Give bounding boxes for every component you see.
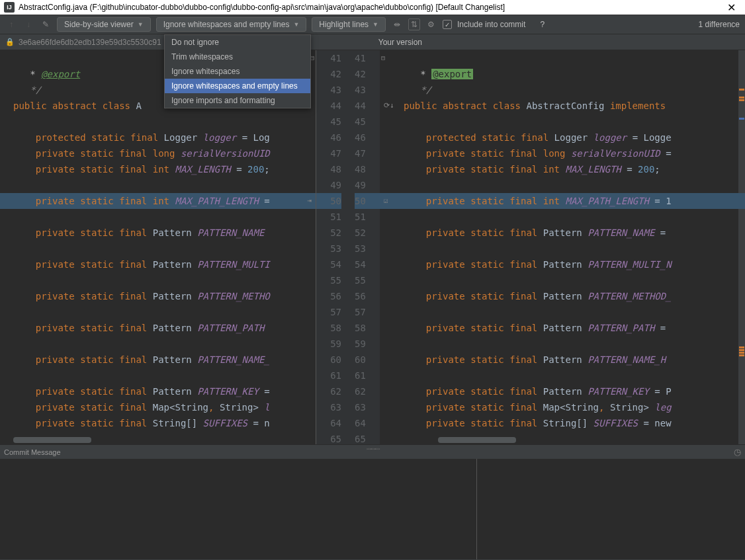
code-line[interactable]	[0, 272, 316, 288]
line-number: 53	[355, 241, 380, 257]
code-line[interactable]: private static final long serialVersionU…	[380, 145, 745, 161]
dropdown-item[interactable]: Trim whitespaces	[165, 50, 310, 64]
prev-diff-icon[interactable]: ↑	[5, 19, 17, 30]
close-icon[interactable]: ✕	[722, 1, 741, 14]
code-line[interactable]: */	[380, 82, 745, 98]
whitespace-mode-label: Ignore whitespaces and empty lines	[163, 20, 290, 29]
diff-viewer: ⊟ * @export */public abstract class A⟳↓ …	[0, 50, 745, 444]
code-line[interactable]: private static final Pattern PATTERN_NAM…	[380, 225, 745, 241]
viewer-mode-button[interactable]: Side-by-side viewer ▼	[57, 17, 151, 32]
highlight-mode-button[interactable]: Highlight lines ▼	[312, 17, 386, 32]
implements-icon[interactable]: ⟳↓	[384, 98, 394, 114]
sync-scroll-icon[interactable]: ⇅	[408, 19, 420, 30]
horizontal-scrollbar-right[interactable]	[438, 437, 516, 443]
code-line[interactable]: private static final int MAX_PATH_LENGTH…	[380, 193, 745, 209]
help-icon[interactable]: ?	[540, 20, 545, 29]
code-line[interactable]: private static final Pattern PATTERN_MUL…	[380, 257, 745, 272]
code-line[interactable]: private static final long serialVersionU…	[0, 145, 316, 161]
line-number-gutter: 4142434445464748495051525354555657585960…	[316, 50, 380, 444]
commit-side-panel	[477, 459, 745, 559]
resize-grip-icon[interactable]: ┈┈┈	[367, 444, 378, 454]
code-line[interactable]: private static final Map<String, String>…	[380, 399, 745, 415]
line-number: 59	[355, 336, 380, 352]
code-line[interactable]: ⊟	[380, 50, 745, 66]
code-line[interactable]: protected static final Logger logger = L…	[0, 130, 316, 145]
code-line[interactable]: private static final Pattern PATTERN_PAT…	[0, 320, 316, 336]
code-line[interactable]: private static final Pattern PATTERN_MET…	[380, 288, 745, 304]
code-line[interactable]: private static final Pattern PATTERN_NAM…	[0, 352, 316, 368]
collapse-icon[interactable]: ⇹	[391, 19, 403, 30]
code-line[interactable]: private static final Map<String, String>…	[0, 399, 316, 415]
code-line[interactable]: private static final int MAX_PATH_LENGTH…	[0, 193, 316, 209]
line-number: 63	[355, 399, 380, 415]
code-line[interactable]	[0, 336, 316, 352]
code-line[interactable]: private static final Pattern PATTERN_NAM…	[380, 352, 745, 368]
line-number: 61	[316, 368, 341, 383]
fold-icon[interactable]: ⊟	[381, 50, 385, 66]
code-line[interactable]	[380, 304, 745, 320]
code-line[interactable]: * @export	[380, 66, 745, 82]
viewer-mode-label: Side-by-side viewer	[64, 20, 134, 29]
code-line[interactable]	[380, 114, 745, 130]
code-line[interactable]: private static final int MAX_LENGTH = 20…	[0, 161, 316, 177]
chevron-down-icon: ▼	[138, 21, 144, 28]
code-line[interactable]: private static final int MAX_LENGTH = 20…	[380, 161, 745, 177]
whitespace-mode-button[interactable]: Ignore whitespaces and empty lines ▼	[156, 17, 307, 32]
line-number: 46	[316, 130, 341, 145]
line-number: 54	[355, 257, 380, 272]
code-line[interactable]	[0, 209, 316, 225]
line-number: 55	[355, 272, 380, 288]
next-diff-icon[interactable]: ↓	[22, 19, 34, 30]
code-line[interactable]	[380, 368, 745, 383]
code-line[interactable]: protected static final Logger logger = L…	[380, 130, 745, 145]
diff-toolbar: ↑ ↓ ✎ Side-by-side viewer ▼ Ignore white…	[0, 15, 745, 34]
code-line[interactable]	[380, 272, 745, 288]
code-line[interactable]: private static final String[] SUFFIXES =…	[0, 415, 316, 431]
code-line[interactable]	[380, 177, 745, 193]
code-line[interactable]	[0, 304, 316, 320]
history-icon[interactable]: ◷	[734, 447, 741, 457]
left-pane[interactable]: ⊟ * @export */public abstract class A⟳↓ …	[0, 50, 316, 444]
line-number: 47	[316, 145, 341, 161]
code-line[interactable]	[380, 336, 745, 352]
diff-count-label: 1 difference	[699, 20, 740, 29]
intellij-icon: IJ	[4, 2, 15, 13]
revert-icon[interactable]: ⇥	[307, 193, 312, 209]
code-line[interactable]	[0, 177, 316, 193]
code-line[interactable]: public abstract class AbstractConfig imp…	[380, 98, 745, 114]
code-line[interactable]: private static final Pattern PATTERN_PAT…	[380, 320, 745, 336]
line-number: 58	[355, 320, 380, 336]
dropdown-item[interactable]: Ignore imports and formatting	[165, 93, 310, 108]
line-number: 52	[355, 225, 380, 241]
chevron-down-icon: ▼	[293, 21, 299, 28]
right-pane[interactable]: ⊟ * @export */public abstract class Abst…	[380, 50, 745, 444]
line-number: 41	[316, 50, 341, 66]
line-number: 56	[355, 288, 380, 304]
code-line[interactable]: private static final Pattern PATTERN_MUL…	[0, 257, 316, 272]
chevron-down-icon: ▼	[372, 21, 378, 28]
code-line[interactable]: private static final String[] SUFFIXES =…	[380, 415, 745, 431]
code-line[interactable]	[0, 368, 316, 383]
code-line[interactable]	[0, 431, 316, 444]
code-line[interactable]	[0, 241, 316, 257]
code-line[interactable]	[380, 431, 745, 444]
code-line[interactable]	[0, 114, 316, 130]
line-number: 62	[316, 383, 341, 399]
code-line[interactable]: private static final Pattern PATTERN_NAM…	[0, 225, 316, 241]
dropdown-item[interactable]: Ignore whitespaces and empty lines	[165, 79, 310, 93]
code-line[interactable]: private static final Pattern PATTERN_MET…	[0, 288, 316, 304]
whitespace-dropdown: Do not ignoreTrim whitespacesIgnore whit…	[164, 34, 311, 108]
edit-icon[interactable]: ✎	[40, 19, 52, 30]
dropdown-item[interactable]: Ignore whitespaces	[165, 64, 310, 79]
line-number: 48	[355, 161, 380, 177]
code-line[interactable]: private static final Pattern PATTERN_KEY…	[380, 383, 745, 399]
code-line[interactable]	[380, 241, 745, 257]
accept-icon[interactable]: ☑	[384, 193, 388, 209]
code-line[interactable]	[380, 209, 745, 225]
revision-hash: 3e6ae66fde6db2edb139e59d3c5530c91	[19, 38, 161, 47]
include-commit-checkbox[interactable]: ✓	[443, 20, 452, 29]
gear-icon[interactable]: ⚙	[425, 19, 437, 30]
code-line[interactable]: private static final Pattern PATTERN_KEY…	[0, 383, 316, 399]
commit-message-input[interactable]	[0, 459, 477, 559]
dropdown-item[interactable]: Do not ignore	[165, 35, 310, 50]
